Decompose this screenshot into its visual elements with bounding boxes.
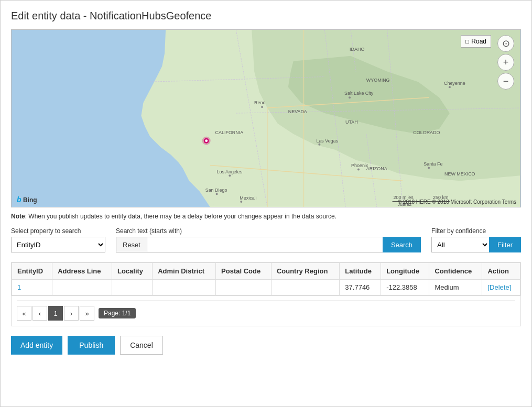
svg-point-34 (240, 201, 242, 203)
property-select-group: Select property to search EntityID (11, 227, 105, 252)
publish-button[interactable]: Publish (68, 336, 115, 355)
filter-select[interactable]: All (431, 237, 489, 252)
col-admin-district: Admin District (153, 263, 216, 280)
svg-point-28 (318, 144, 320, 146)
svg-text:IDAHO: IDAHO (350, 47, 364, 52)
svg-text:NEW MEXICO: NEW MEXICO (444, 171, 475, 177)
col-address-line: Address Line (52, 263, 112, 280)
data-table: EntityID Address Line Locality Admin Dis… (12, 262, 520, 295)
search-text-group: Search text (starts with) Reset Search (116, 227, 421, 252)
main-window: Edit entity data - NotificationHubsGeofe… (0, 0, 532, 407)
col-action: Action (482, 263, 520, 280)
svg-text:Cheyenne: Cheyenne (444, 81, 465, 86)
table-header: EntityID Address Line Locality Admin Dis… (12, 263, 520, 280)
reset-button[interactable]: Reset (116, 237, 147, 252)
search-button[interactable]: Search (383, 237, 421, 252)
cell-confidence: Medium (429, 280, 482, 295)
header-row: EntityID Address Line Locality Admin Dis… (12, 263, 520, 280)
map-type-button[interactable]: □ Road (461, 35, 491, 48)
cell-postal-code (216, 280, 272, 295)
col-country-region: Country Region (271, 263, 339, 280)
svg-text:UTAH: UTAH (345, 119, 358, 125)
svg-point-40 (428, 167, 430, 169)
cell-address-line (52, 280, 112, 295)
zoom-out-icon: − (503, 76, 509, 87)
first-page-button[interactable]: « (17, 306, 31, 321)
pagination-row: « ‹ 1 › » Page: 1/1 (17, 300, 515, 323)
svg-text:Los Angeles: Los Angeles (217, 169, 243, 174)
svg-text:San Diego: San Diego (205, 188, 227, 193)
cell-action: [Delete] (482, 280, 520, 295)
bing-logo: b Bing (17, 195, 37, 204)
filter-group: Filter by confidence All Filter (431, 227, 521, 252)
cell-locality (112, 280, 152, 295)
svg-text:Salt Lake City: Salt Lake City (344, 91, 374, 96)
svg-point-36 (357, 168, 360, 170)
cell-country-region (271, 280, 339, 295)
svg-text:Las Vegas: Las Vegas (316, 138, 338, 144)
map-container[interactable]: CALIFORNIA NEVADA UTAH COLORADO ARIZONA … (11, 29, 521, 207)
cancel-button[interactable]: Cancel (120, 336, 163, 355)
locate-button[interactable]: ⊙ (497, 35, 514, 52)
cell-longitude: -122.3858 (381, 280, 429, 295)
entity-id-link[interactable]: 1 (17, 283, 21, 291)
locate-icon: ⊙ (502, 38, 510, 49)
road-icon: □ (465, 38, 469, 45)
col-postal-code: Postal Code (216, 263, 272, 280)
col-confidence: Confidence (429, 263, 482, 280)
filter-label: Filter by confidence (431, 227, 521, 235)
svg-point-48 (205, 139, 208, 142)
cell-latitude: 37.7746 (340, 280, 381, 295)
table-wrapper: EntityID Address Line Locality Admin Dis… (11, 262, 521, 296)
search-row: Select property to search EntityID Searc… (11, 227, 521, 252)
svg-text:COLORADO: COLORADO (413, 130, 440, 135)
svg-text:Reno: Reno (254, 100, 265, 105)
zoom-out-button[interactable]: − (497, 73, 514, 90)
property-select[interactable]: EntityID (11, 237, 105, 252)
cell-admin-district (153, 280, 216, 295)
svg-text:Phoenix: Phoenix (351, 163, 368, 168)
prev-page-button[interactable]: ‹ (32, 306, 47, 321)
col-longitude: Longitude (381, 263, 429, 280)
zoom-in-button[interactable]: + (497, 54, 514, 71)
svg-point-38 (449, 86, 451, 88)
svg-point-24 (261, 106, 263, 108)
next-page-button[interactable]: › (64, 306, 79, 321)
current-page-button[interactable]: 1 (48, 306, 63, 321)
svg-text:NEVADA: NEVADA (288, 109, 307, 114)
svg-point-30 (229, 174, 231, 177)
map-attribution: © 2018 HERE © 2018 Microsoft Corporation… (398, 199, 516, 205)
add-entity-button[interactable]: Add entity (11, 336, 62, 355)
col-entity-id: EntityID (12, 263, 52, 280)
cell-entity-id: 1 (12, 280, 52, 295)
svg-text:CALIFORNIA: CALIFORNIA (215, 130, 244, 135)
svg-point-26 (349, 96, 351, 98)
map-controls: ⊙ + − (497, 35, 514, 90)
search-input[interactable] (147, 237, 383, 252)
col-locality: Locality (112, 263, 152, 280)
last-page-button[interactable]: » (80, 306, 94, 321)
table-row: 1 37.7746 -122.3858 Medium [Delete] (12, 280, 520, 295)
zoom-in-icon: + (503, 57, 509, 68)
property-label: Select property to search (11, 227, 105, 235)
svg-point-32 (216, 193, 218, 195)
search-input-row: Reset Search (116, 237, 421, 252)
pagination-section: « ‹ 1 › » Page: 1/1 (11, 296, 521, 326)
svg-text:Santa Fe: Santa Fe (424, 161, 442, 167)
svg-text:WYOMING: WYOMING (366, 78, 390, 83)
col-latitude: Latitude (340, 263, 381, 280)
filter-button[interactable]: Filter (489, 237, 521, 252)
map-type-label: Road (471, 38, 486, 45)
table-body: 1 37.7746 -122.3858 Medium [Delete] (12, 280, 520, 295)
svg-text:Mexicali: Mexicali (240, 195, 256, 201)
svg-text:ARIZONA: ARIZONA (366, 166, 387, 171)
page-info: Page: 1/1 (99, 308, 136, 318)
search-text-label: Search text (starts with) (116, 227, 421, 235)
filter-row: All Filter (431, 237, 521, 252)
page-title: Edit entity data - NotificationHubsGeofe… (11, 10, 521, 22)
note-text: Note: When you publish updates to entity… (11, 213, 521, 220)
delete-link[interactable]: [Delete] (487, 283, 511, 291)
action-row: Add entity Publish Cancel (11, 336, 521, 355)
